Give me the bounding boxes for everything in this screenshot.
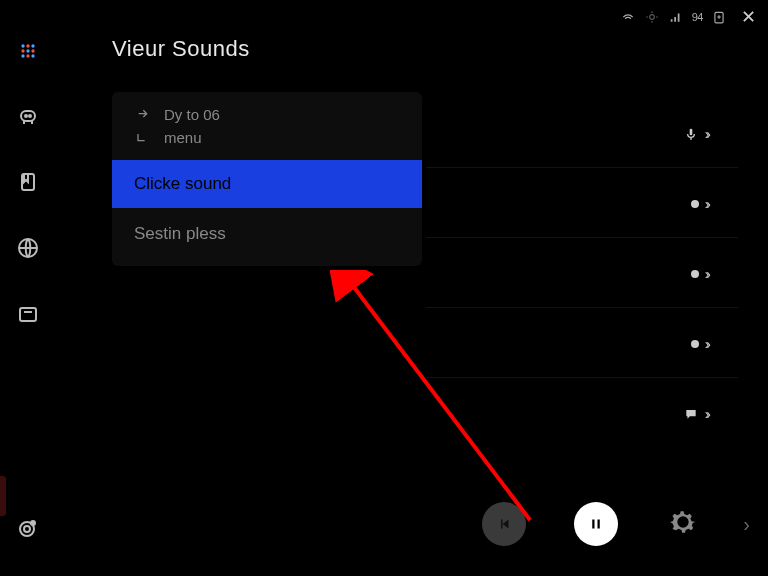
footer-controls: › (426, 502, 756, 546)
selected-item[interactable]: Clicke sound (112, 160, 422, 208)
svg-point-8 (21, 54, 24, 57)
signal-icon (668, 10, 684, 24)
list-item[interactable]: ›› (426, 310, 738, 378)
dy-line: Dy to 06 (164, 106, 220, 123)
list-item[interactable]: ›› (426, 100, 738, 168)
list-item[interactable]: ›› (426, 380, 738, 448)
svg-point-5 (21, 49, 24, 52)
list-item[interactable]: ›› (426, 170, 738, 238)
svg-point-13 (29, 115, 31, 117)
list-item[interactable]: ›› (426, 240, 738, 308)
svg-point-4 (31, 44, 34, 47)
menu-line: menu (164, 129, 202, 146)
svg-point-9 (26, 54, 29, 57)
panel-title: Vieur Sounds (112, 36, 422, 62)
svg-rect-16 (20, 308, 36, 321)
svg-point-6 (26, 49, 29, 52)
wifi-icon (620, 10, 636, 24)
svg-rect-20 (689, 128, 692, 135)
svg-point-12 (25, 115, 27, 117)
battery-icon (711, 10, 727, 24)
svg-point-19 (31, 521, 35, 525)
secondary-item[interactable]: Sestin pless (112, 208, 422, 266)
folder-icon[interactable] (16, 302, 40, 326)
settings-panel: Vieur Sounds Dy to 06 menu Clicke sound … (112, 36, 422, 266)
robot-icon[interactable] (16, 104, 40, 128)
sidebar-accent (0, 476, 6, 516)
dot-icon (691, 200, 699, 208)
chat-icon (683, 407, 699, 421)
svg-point-2 (21, 44, 24, 47)
right-list: ›› ›› ›› ›› ›› (426, 100, 738, 448)
svg-point-3 (26, 44, 29, 47)
next-icon[interactable]: › (743, 513, 750, 536)
chevron-icon: ›› (705, 126, 708, 142)
svg-rect-21 (592, 520, 594, 529)
dot-icon (691, 340, 699, 348)
card-top[interactable]: Dy to 06 menu (112, 92, 422, 160)
share-icon (134, 107, 150, 123)
location-icon (644, 10, 660, 24)
mic-icon (683, 126, 699, 142)
prev-button[interactable] (482, 502, 526, 546)
svg-point-10 (31, 54, 34, 57)
svg-rect-22 (598, 520, 600, 529)
chevron-icon: ›› (705, 406, 708, 422)
chevron-icon: ›› (705, 196, 708, 212)
network-label: 94 (692, 11, 703, 23)
settings-button[interactable] (666, 505, 700, 543)
sidebar (0, 30, 56, 576)
camera-icon[interactable] (16, 516, 40, 540)
settings-card: Dy to 06 menu Clicke sound Sestin pless (112, 92, 422, 266)
svg-point-7 (31, 49, 34, 52)
svg-point-18 (24, 526, 30, 532)
svg-point-0 (649, 15, 654, 20)
apps-icon[interactable] (17, 40, 39, 62)
status-bar: 94 ✕ (620, 6, 756, 28)
globe-icon[interactable] (16, 236, 40, 260)
bookmark-icon[interactable] (16, 170, 40, 194)
chevron-icon: ›› (705, 336, 708, 352)
pause-button[interactable] (574, 502, 618, 546)
close-icon[interactable]: ✕ (741, 6, 756, 28)
corner-icon (134, 130, 150, 146)
dot-icon (691, 270, 699, 278)
chevron-icon: ›› (705, 266, 708, 282)
